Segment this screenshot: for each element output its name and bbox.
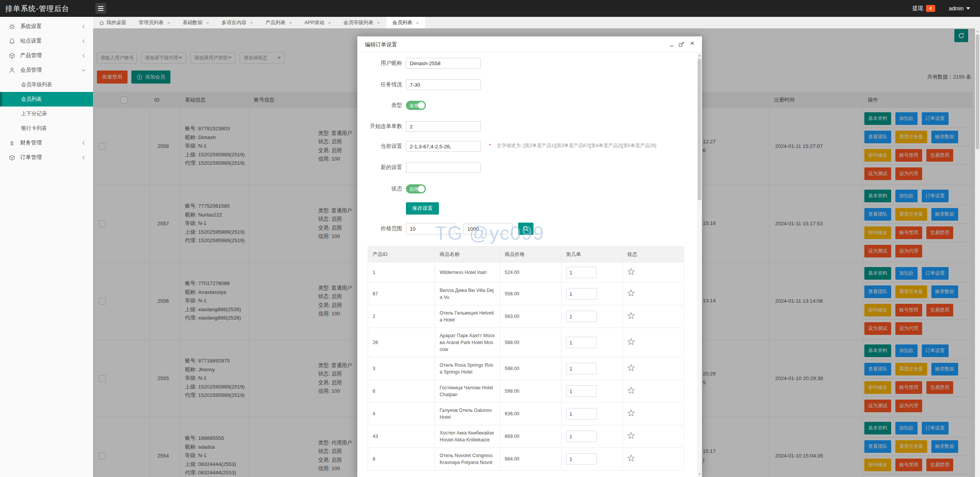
order-number-input[interactable] bbox=[566, 311, 597, 322]
product-price: 588.00 bbox=[500, 328, 561, 357]
sidebar-item-order-mgmt[interactable]: 订单管理 bbox=[0, 150, 93, 165]
order-number-input[interactable] bbox=[566, 288, 597, 300]
order-number-input[interactable] bbox=[566, 337, 597, 348]
star-icon[interactable] bbox=[627, 432, 635, 439]
type-switch-label: 连单 bbox=[409, 103, 419, 109]
order-number-input[interactable] bbox=[566, 408, 597, 420]
status-switch[interactable]: 启用 bbox=[406, 184, 426, 193]
modal-scrollbar-thumb[interactable] bbox=[698, 59, 701, 200]
tab-member-level-list[interactable]: 会员等级列表× bbox=[337, 17, 386, 28]
sidebar-item-updown-records[interactable]: 上下分记录 bbox=[0, 107, 93, 121]
user-menu[interactable]: admin bbox=[949, 5, 970, 11]
setting-hint: *文字描述为: [第2单是产品1][第3单是产品67][第4单是产品2][第5单… bbox=[489, 143, 656, 151]
star-icon[interactable] bbox=[627, 338, 635, 346]
tab-my-desktop[interactable]: 我的桌面 bbox=[93, 17, 133, 28]
sidebar-item-site-settings[interactable]: 站点设置 bbox=[0, 34, 93, 48]
withdraw-link[interactable]: 提现 bbox=[913, 5, 923, 12]
minimize-icon[interactable] bbox=[669, 41, 674, 48]
product-id: 67 bbox=[368, 283, 435, 305]
product-status-cell bbox=[623, 328, 684, 357]
nickname-label: 用户昵称 bbox=[361, 60, 402, 67]
tab-label: 我的桌面 bbox=[106, 19, 126, 26]
order-number-input[interactable] bbox=[566, 267, 597, 278]
switch-knob bbox=[418, 185, 425, 192]
type-switch[interactable]: 连单 bbox=[406, 101, 426, 110]
task-status-input[interactable] bbox=[406, 79, 481, 90]
close-icon[interactable]: × bbox=[206, 20, 209, 26]
sidebar-item-finance-mgmt[interactable]: $财务管理 bbox=[0, 136, 93, 150]
user-name: admin bbox=[949, 5, 964, 11]
price-range-label: 价格范围 bbox=[361, 225, 402, 232]
close-icon[interactable]: × bbox=[377, 20, 380, 26]
hamburger-menu-icon[interactable] bbox=[95, 3, 106, 14]
star-icon[interactable] bbox=[627, 454, 635, 462]
star-icon[interactable] bbox=[627, 387, 635, 394]
close-icon[interactable]: × bbox=[328, 20, 331, 26]
order-number-cell bbox=[561, 262, 623, 283]
star-icon[interactable] bbox=[627, 364, 635, 372]
product-row: 8Отель Novotel Congress Krasnaya Polyana… bbox=[368, 448, 684, 470]
tab-base-data[interactable]: 基础数据× bbox=[177, 17, 216, 28]
search-products-button[interactable] bbox=[518, 223, 533, 235]
tab-admin-list[interactable]: 管理员列表× bbox=[133, 17, 177, 28]
scroll-up-icon[interactable]: ▲ bbox=[697, 54, 702, 57]
current-setting-input[interactable] bbox=[406, 141, 481, 152]
star-icon[interactable] bbox=[627, 268, 635, 275]
tab-member-list[interactable]: 会员列表× bbox=[386, 17, 425, 28]
product-row: 3Отель Rosa Springs Rosa Springs Hotel59… bbox=[368, 357, 684, 380]
tab-product-list[interactable]: 产品列表× bbox=[259, 17, 298, 28]
sidebar-item-system-settings[interactable]: 系统设置 bbox=[0, 19, 93, 34]
product-name: Хостел Акка Книбекайзе Hostel Akka Knibe… bbox=[435, 425, 500, 448]
close-icon[interactable]: × bbox=[250, 20, 254, 26]
chevron-left-icon bbox=[81, 39, 86, 44]
page-scrollbar[interactable]: ▲ bbox=[975, 28, 980, 477]
box-icon bbox=[8, 52, 15, 59]
star-icon[interactable] bbox=[627, 289, 635, 297]
start-count-input[interactable] bbox=[406, 121, 481, 132]
product-row: 4Галунов Отель Galunov Hotel636.00 bbox=[368, 403, 684, 425]
product-table: 产品ID商品名称商品价格第几单状态 1Wilderness Hotel Inar… bbox=[368, 246, 684, 470]
tab-label: 会员列表 bbox=[393, 19, 412, 26]
order-number-input[interactable] bbox=[566, 431, 597, 442]
product-price: 636.00 bbox=[500, 403, 561, 425]
page-scrollbar-thumb[interactable] bbox=[976, 34, 979, 149]
maximize-icon[interactable] bbox=[678, 41, 684, 48]
tab-app-scroll[interactable]: APP滚动× bbox=[298, 17, 337, 28]
close-icon[interactable]: × bbox=[690, 39, 694, 47]
order-number-input[interactable] bbox=[566, 363, 597, 374]
price-min-input[interactable] bbox=[406, 223, 455, 234]
close-icon[interactable]: × bbox=[289, 20, 292, 26]
sidebar-item-label: 财务管理 bbox=[20, 139, 42, 146]
star-icon[interactable] bbox=[627, 312, 635, 320]
sidebar-item-bank-card-list[interactable]: 银行卡列表 bbox=[0, 121, 93, 136]
product-price: 598.00 bbox=[500, 380, 561, 403]
order-number-input[interactable] bbox=[566, 453, 597, 465]
sidebar-item-label: 银行卡列表 bbox=[21, 125, 47, 131]
star-icon[interactable] bbox=[627, 409, 635, 417]
gear-icon bbox=[8, 23, 15, 30]
sidebar-item-product-mgmt[interactable]: 产品管理 bbox=[0, 48, 93, 63]
product-id: 8 bbox=[368, 448, 435, 470]
sidebar-item-label: 订单管理 bbox=[20, 154, 42, 161]
new-setting-input[interactable] bbox=[406, 162, 481, 173]
product-status-cell bbox=[623, 283, 684, 305]
close-icon[interactable]: × bbox=[416, 20, 419, 26]
save-settings-button[interactable]: 保存设置 bbox=[406, 202, 439, 215]
sidebar-item-member-list[interactable]: 会员列表 bbox=[0, 92, 93, 107]
tab-multilang-content[interactable]: 多语言内容× bbox=[216, 17, 260, 28]
price-max-input[interactable] bbox=[463, 223, 512, 234]
product-row: 43Хостел Акка Книбекайзе Hostel Akka Kni… bbox=[368, 425, 684, 448]
scroll-up-icon[interactable]: ▲ bbox=[975, 30, 980, 33]
scroll-down-icon[interactable]: ▼ bbox=[697, 472, 702, 476]
switch-knob bbox=[418, 102, 425, 109]
sidebar-item-label: 会员列表 bbox=[21, 96, 42, 102]
product-name: Вилла Дежа Вю Villa Deja Vu bbox=[435, 283, 500, 305]
sidebar-item-member-mgmt[interactable]: 会员管理 bbox=[0, 63, 93, 77]
order-number-input[interactable] bbox=[566, 385, 597, 397]
nickname-input[interactable] bbox=[406, 58, 481, 69]
modal-scrollbar[interactable]: ▲ ▼ bbox=[697, 52, 702, 477]
product-status-cell bbox=[623, 262, 684, 283]
status-label: 状态 bbox=[361, 185, 402, 192]
close-icon[interactable]: × bbox=[167, 20, 170, 26]
sidebar-item-member-level-list[interactable]: 会员等级列表 bbox=[0, 77, 93, 92]
